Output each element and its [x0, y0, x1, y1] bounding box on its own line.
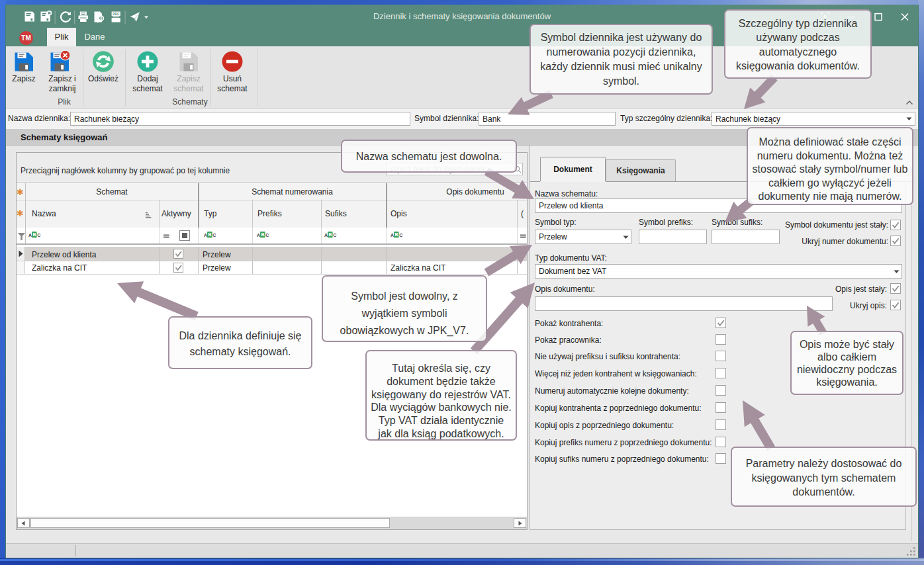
- svg-text:PDF: PDF: [113, 12, 119, 16]
